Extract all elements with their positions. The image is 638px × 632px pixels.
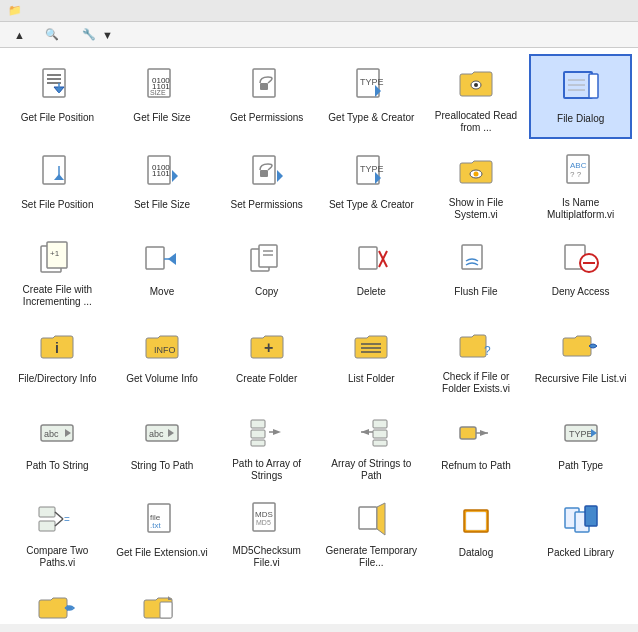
delete-label: Delete [357, 286, 386, 298]
svg-text:? ?: ? ? [570, 170, 582, 179]
deny-access-icon [557, 235, 605, 283]
set-type-creator-icon: TYPE [347, 148, 395, 196]
grid-item-string-to-path[interactable]: abcString To Path [111, 402, 214, 487]
refnum-to-path-icon [452, 409, 500, 457]
grid-item-show-in-filesystem[interactable]: Show in File System.vi [425, 141, 528, 226]
packed-library-icon [557, 496, 605, 544]
copy-icon [243, 235, 291, 283]
svg-text:SIZE: SIZE [150, 89, 166, 96]
grid-item-delete[interactable]: Delete [320, 228, 423, 313]
grid-item-set-file-size[interactable]: 01001101Set File Size [111, 141, 214, 226]
svg-text:INFO: INFO [154, 345, 176, 355]
grid-item-create-file-containing[interactable]: Create File and Containing ... [111, 576, 214, 624]
grid-item-md5-checksum[interactable]: MDSMD5MD5Checksum File.vi [215, 489, 318, 574]
svg-text:MD5: MD5 [256, 519, 271, 526]
grid-item-path-to-string[interactable]: abcPath To String [6, 402, 109, 487]
set-file-size-icon: 01001101 [138, 148, 186, 196]
grid-item-recursive-file-list[interactable]: Recursive File List.vi [529, 315, 632, 400]
grid-item-set-permissions[interactable]: Set Permissions [215, 141, 318, 226]
move-label: Move [150, 286, 174, 298]
is-name-multiplatform-icon: ABC? ? [557, 148, 605, 194]
grid-item-get-file-extension[interactable]: file.txtGet File Extension.vi [111, 489, 214, 574]
path-to-array-strings-icon [243, 409, 291, 455]
set-file-size-label: Set File Size [134, 199, 190, 211]
svg-rect-75 [373, 420, 387, 428]
path-to-string-label: Path To String [26, 460, 89, 472]
path-to-string-icon: abc [33, 409, 81, 457]
customize-icon: 🔧 [82, 28, 96, 41]
get-permissions-icon [243, 61, 291, 109]
path-type-icon: TYPE [557, 409, 605, 457]
get-file-extension-label: Get File Extension.vi [116, 547, 208, 559]
svg-text:TYPE: TYPE [360, 164, 384, 174]
customize-button[interactable]: 🔧 ▼ [76, 26, 119, 43]
grid-item-preallocated-read[interactable]: Preallocated Read from ... [425, 54, 528, 139]
datalog-icon [452, 496, 500, 544]
grid-item-copy[interactable]: Copy [215, 228, 318, 313]
grid-item-get-volume-info[interactable]: INFOGet Volume Info [111, 315, 214, 400]
grid-item-move[interactable]: Move [111, 228, 214, 313]
svg-text:?: ? [484, 344, 491, 358]
is-name-multiplatform-label: Is Name Multiplatform.vi [533, 197, 628, 221]
file-directory-info-icon: i [33, 322, 81, 370]
svg-marker-28 [172, 170, 178, 182]
svg-rect-80 [460, 427, 476, 439]
svg-text:TYPE: TYPE [360, 77, 384, 87]
chevron-down-icon: ▼ [102, 29, 113, 41]
svg-text:.txt: .txt [150, 521, 161, 530]
grid-item-datalog[interactable]: Datalog [425, 489, 528, 574]
grid-item-deny-access[interactable]: Deny Access [529, 228, 632, 313]
svg-rect-76 [373, 430, 387, 438]
grid-item-generate-temp-file[interactable]: Generate Temporary File... [320, 489, 423, 574]
md5-checksum-label: MD5Checksum File.vi [219, 545, 314, 569]
generate-temp-file-label: Generate Temporary File... [324, 545, 419, 569]
grid-item-refnum-to-path[interactable]: Refnum to Path [425, 402, 528, 487]
array-strings-to-path-icon [347, 409, 395, 455]
delete-icon [347, 235, 395, 283]
grid-item-packed-library[interactable]: Packed Library [529, 489, 632, 574]
svg-marker-74 [273, 429, 281, 435]
function-grid: Get File Position01001101SIZEGet File Si… [0, 48, 638, 624]
grid-item-create-folder[interactable]: +Create Folder [215, 315, 318, 400]
get-volume-info-icon: INFO [138, 322, 186, 370]
grid-item-file-directory-info[interactable]: iFile/Directory Info [6, 315, 109, 400]
grid-item-set-file-position[interactable]: Set File Position [6, 141, 109, 226]
svg-text:+1: +1 [50, 249, 60, 258]
grid-item-get-file-position[interactable]: Get File Position [6, 54, 109, 139]
grid-item-create-dir-recursive[interactable]: Create Directory Recursive.vi [6, 576, 109, 624]
refnum-to-path-label: Refnum to Path [441, 460, 510, 472]
grid-item-compare-two-paths[interactable]: =Compare Two Paths.vi [6, 489, 109, 574]
search-icon: 🔍 [45, 28, 59, 41]
set-file-position-label: Set File Position [21, 199, 93, 211]
flush-file-icon [452, 235, 500, 283]
grid-item-path-type[interactable]: TYPEPath Type [529, 402, 632, 487]
grid-item-get-file-size[interactable]: 01001101SIZEGet File Size [111, 54, 214, 139]
grid-item-path-to-array-strings[interactable]: Path to Array of Strings [215, 402, 318, 487]
grid-item-list-folder[interactable]: List Folder [320, 315, 423, 400]
grid-item-create-file-incrementing[interactable]: +1Create File with Incrementing ... [6, 228, 109, 313]
grid-item-array-strings-to-path[interactable]: Array of Strings to Path [320, 402, 423, 487]
svg-rect-105 [160, 602, 172, 618]
svg-rect-71 [251, 430, 265, 438]
path-type-label: Path Type [558, 460, 603, 472]
back-button[interactable]: ▲ [8, 27, 31, 43]
show-in-filesystem-label: Show in File System.vi [428, 197, 523, 221]
get-type-creator-icon: TYPE [347, 61, 395, 109]
get-file-position-label: Get File Position [21, 112, 94, 124]
grid-item-get-permissions[interactable]: Get Permissions [215, 54, 318, 139]
grid-item-set-type-creator[interactable]: TYPESet Type & Creator [320, 141, 423, 226]
set-permissions-icon [243, 148, 291, 196]
recursive-file-list-icon [557, 322, 605, 370]
search-button[interactable]: 🔍 [39, 26, 68, 43]
svg-rect-53 [462, 245, 482, 269]
grid-item-flush-file[interactable]: Flush File [425, 228, 528, 313]
preallocated-read-icon [452, 61, 500, 107]
grid-item-is-name-multiplatform[interactable]: ABC? ?Is Name Multiplatform.vi [529, 141, 632, 226]
grid-item-get-type-creator[interactable]: TYPEGet Type & Creator [320, 54, 423, 139]
svg-text:+: + [264, 339, 273, 356]
get-file-position-icon [33, 61, 81, 109]
grid-item-check-file-folder-exists[interactable]: ?Check if File or Folder Exists.vi [425, 315, 528, 400]
check-file-folder-exists-icon: ? [452, 322, 500, 368]
grid-item-file-dialog[interactable]: File Dialog [529, 54, 632, 139]
create-file-containing-icon [138, 583, 186, 624]
